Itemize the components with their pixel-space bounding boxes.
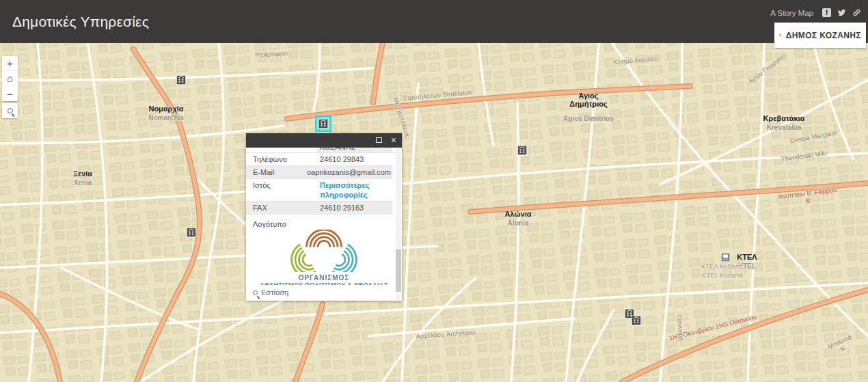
popup-body: ΚΟΖΑΝΗΣ Τηλέφωνο24610 29843E-Mailoapnkoz… — [246, 148, 402, 301]
basemap-tiles — [0, 42, 868, 382]
zoom-to-icon — [253, 290, 258, 295]
service-point-marker[interactable] — [319, 120, 328, 128]
maximize-icon[interactable] — [376, 137, 382, 143]
org-name-line1: ΟΡΓΑΝΙΣΜΟΣ — [259, 274, 389, 282]
story-map-app: ΝομαρχίαNomarchiaΞενίαXeniaΆγιος Δημήτρι… — [0, 0, 868, 382]
map-canvas[interactable] — [0, 42, 868, 382]
popup-table: Τηλέφωνο24610 29843E-Mailoapnkozanis@gma… — [246, 153, 402, 215]
municipality-brand[interactable]: ΔΗΜΟΣ ΚΟΖΑΝΗΣ — [774, 23, 866, 48]
popup-scrollbar-thumb[interactable] — [396, 249, 401, 292]
service-point-marker[interactable] — [177, 76, 186, 85]
service-point-marker[interactable] — [187, 228, 196, 237]
story-map-label: A Story Map — [770, 9, 813, 17]
zoom-to-link[interactable]: Εστίαση — [246, 285, 402, 301]
service-point-marker[interactable] — [632, 316, 641, 325]
field-label: FAX — [246, 202, 316, 214]
popup-row: Τηλέφωνο24610 29843 — [246, 153, 392, 166]
brand-name: ΔΗΜΟΣ ΚΟΖΑΝΗΣ — [786, 31, 861, 40]
popup-titlebar: × — [246, 133, 402, 148]
field-value: oapnkozanis@gmail.com — [303, 166, 392, 178]
kozani-emblem-icon — [779, 26, 782, 44]
logo-arcs-icon — [286, 230, 362, 272]
page-title: Δημοτικές Υπηρεσίες — [12, 14, 149, 30]
field-label: Τηλέφωνο — [246, 153, 316, 165]
logo-field-label: Λογότυπο — [246, 215, 402, 228]
search-button[interactable] — [2, 103, 18, 118]
field-label: E-Mail — [246, 166, 303, 178]
service-point-marker[interactable] — [518, 146, 527, 155]
popup-row: FAX24610 29163 — [246, 202, 392, 215]
field-label: Ιστός — [246, 179, 316, 201]
twitter-icon[interactable] — [837, 8, 846, 17]
app-header: Δημοτικές Υπηρεσίες A Story Map f — [0, 0, 868, 43]
zoom-to-label: Εστίαση — [261, 288, 288, 297]
link-icon[interactable] — [852, 8, 861, 17]
feature-popup: × ΚΟΖΑΝΗΣ Τηλέφωνο24610 29843E-Mailoapnk… — [246, 133, 402, 301]
popup-row: E-Mailoapnkozanis@gmail.com — [246, 166, 392, 179]
zoom-in-button[interactable]: + — [2, 56, 18, 71]
search-icon — [8, 108, 13, 113]
storymap-links: A Story Map f — [770, 8, 861, 17]
close-icon[interactable]: × — [391, 134, 396, 147]
bus-station-marker[interactable] — [722, 254, 731, 262]
facebook-icon[interactable]: f — [822, 8, 831, 17]
organization-logo: ΟΡΓΑΝΙΣΜΟΣ ΑΘΛΗΤΙΣΜΟΥ ΠΟΛΙΤΙΣΜΟΥ & ΝΕΟΛΑ… — [259, 230, 389, 288]
popup-row: ΙστόςΠερισσότερες πληροφορίες — [246, 179, 392, 202]
home-button[interactable]: ⌂ — [2, 71, 18, 86]
zoom-out-button[interactable]: − — [2, 86, 18, 101]
popup-row-clipped: ΚΟΖΑΝΗΣ — [246, 148, 402, 153]
popup-scrollbar[interactable] — [396, 148, 401, 300]
map-zoom-controls: + ⌂ − — [2, 56, 18, 101]
clipped-value: ΚΟΖΑΝΗΣ — [316, 148, 392, 153]
field-value-link[interactable]: Περισσότερες πληροφορίες — [316, 179, 392, 201]
field-value: 24610 29163 — [316, 202, 392, 214]
field-value: 24610 29843 — [316, 153, 392, 165]
